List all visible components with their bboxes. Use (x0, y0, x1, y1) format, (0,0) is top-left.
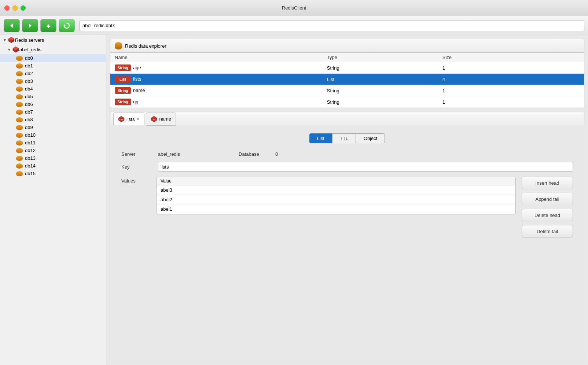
value-cell: abel1 (157, 204, 416, 214)
tab-string-icon: Str (151, 116, 157, 122)
toolbar (0, 16, 588, 35)
data-explorer-icon (115, 42, 122, 49)
cell-type: String (323, 62, 438, 74)
up-icon (45, 22, 52, 29)
server-row: Server abel_redis Database 0 (121, 151, 573, 157)
db-icon-db3 (16, 79, 23, 84)
data-explorer-panel: Redis data explorer Name Type Size Strin… (110, 39, 584, 108)
sidebar-db-label-db14: db14 (25, 163, 36, 169)
list-item[interactable]: abel1 (157, 204, 515, 214)
sidebar-item-redis-servers[interactable]: ▼ Redis servers (0, 35, 106, 45)
insert-head-button[interactable]: Insert head (522, 177, 573, 189)
sidebar-db-label-db10: db10 (25, 132, 36, 138)
tab-lists-close[interactable]: ✕ (136, 117, 140, 122)
sidebar-item-abel-redis[interactable]: ▼ abel_redis (0, 45, 106, 54)
cell-name: Listlists (110, 74, 323, 85)
refresh-button[interactable] (59, 19, 75, 32)
sidebar-item-db11[interactable]: db11 (0, 139, 106, 147)
values-table-container: Value abel3abel2abel1 (157, 177, 516, 214)
server-value: abel_redis (158, 151, 180, 157)
value-cell: abel3 (157, 185, 416, 195)
main-layout: ▼ Redis servers ▼ abel_redis db0db1db2db… (0, 35, 588, 365)
cell-extra (536, 62, 584, 74)
data-table: Name Type Size StringageString1Listlists… (110, 53, 584, 108)
value-extra-cell (416, 185, 515, 195)
svg-marker-1 (29, 23, 32, 28)
svg-text:Str: Str (153, 118, 155, 121)
db-icon-db2 (16, 71, 23, 76)
minimize-button[interactable] (12, 5, 18, 11)
detail-panel: List lists ✕ Str name List (110, 112, 584, 361)
table-row[interactable]: ListlistsList4 (110, 74, 584, 85)
sub-tab-list[interactable]: List (309, 133, 332, 143)
sub-tab-object[interactable]: Object (356, 133, 385, 143)
sub-tabs: List TTL Object (121, 133, 573, 143)
action-buttons: Insert head Append tail Delete head Dele… (522, 177, 573, 237)
table-row[interactable]: StringqqString1 (110, 96, 584, 108)
cell-size: 1 (438, 85, 536, 96)
cell-name: Stringname (110, 85, 323, 96)
table-row[interactable]: StringnameString1 (110, 85, 584, 96)
redis-servers-icon (8, 36, 15, 44)
close-button[interactable] (4, 5, 10, 11)
db-icon-db13 (16, 156, 23, 161)
forward-button[interactable] (22, 19, 38, 32)
tab-name-label: name (159, 116, 171, 122)
db-icon-db7 (16, 110, 23, 115)
sidebar-db-label-db0: db0 (25, 55, 33, 61)
append-tail-button[interactable]: Append tail (522, 193, 573, 205)
sidebar-db-label-db1: db1 (25, 63, 33, 69)
table-row[interactable]: StringageString1 (110, 62, 584, 74)
sidebar-item-db0[interactable]: db0 (0, 54, 106, 62)
sidebar-item-db14[interactable]: db14 (0, 162, 106, 170)
sidebar-item-db15[interactable]: db15 (0, 170, 106, 177)
sidebar-item-db1[interactable]: db1 (0, 62, 106, 70)
database-value: 0 (275, 151, 278, 157)
svg-marker-2 (46, 24, 51, 27)
tab-name[interactable]: Str name (146, 113, 176, 126)
sidebar-db-label-db4: db4 (25, 86, 33, 92)
db-icon-db14 (16, 163, 23, 169)
sidebar-item-db13[interactable]: db13 (0, 154, 106, 162)
key-input[interactable] (158, 162, 573, 172)
db-icon-db9 (16, 125, 23, 130)
sidebar-item-db7[interactable]: db7 (0, 108, 106, 116)
sidebar-item-db2[interactable]: db2 (0, 70, 106, 77)
values-table: Value abel3abel2abel1 (157, 177, 515, 214)
list-item[interactable]: abel2 (157, 195, 515, 204)
cell-name: Stringqq (110, 96, 323, 108)
sidebar-item-db6[interactable]: db6 (0, 100, 106, 108)
sidebar-db-label-db12: db12 (25, 148, 36, 153)
delete-tail-button[interactable]: Delete tail (522, 225, 573, 237)
svg-rect-3 (48, 27, 49, 28)
expand-icon-server: ▼ (7, 48, 11, 52)
delete-head-button[interactable]: Delete head (522, 209, 573, 221)
sidebar-item-db5[interactable]: db5 (0, 93, 106, 100)
sidebar-item-db4[interactable]: db4 (0, 85, 106, 93)
db-icon-db1 (16, 63, 23, 69)
sidebar-item-db9[interactable]: db9 (0, 123, 106, 131)
cell-type: String (323, 96, 438, 108)
abel-redis-icon (12, 46, 19, 53)
up-button[interactable] (40, 19, 56, 32)
address-input[interactable] (79, 20, 584, 31)
type-badge: String (115, 99, 131, 105)
sidebar-item-db3[interactable]: db3 (0, 77, 106, 85)
tab-lists[interactable]: List lists ✕ (113, 113, 144, 125)
values-table-body: abel3abel2abel1 (157, 185, 515, 214)
sidebar: ▼ Redis servers ▼ abel_redis db0db1db2db… (0, 35, 106, 365)
sidebar-item-db12[interactable]: db12 (0, 147, 106, 154)
sidebar-item-db10[interactable]: db10 (0, 131, 106, 139)
window-controls (4, 5, 26, 11)
db-icon-db15 (16, 171, 23, 176)
sub-tab-ttl[interactable]: TTL (332, 133, 356, 143)
cell-extra (536, 85, 584, 96)
back-button[interactable] (4, 19, 20, 32)
sidebar-db-label-db6: db6 (25, 102, 33, 107)
titlebar: RedisClient (0, 0, 588, 16)
sidebar-db-label-db8: db8 (25, 117, 33, 122)
list-item[interactable]: abel3 (157, 185, 515, 195)
sidebar-item-db8[interactable]: db8 (0, 116, 106, 123)
tab-lists-label: lists (126, 117, 135, 122)
maximize-button[interactable] (21, 5, 26, 11)
